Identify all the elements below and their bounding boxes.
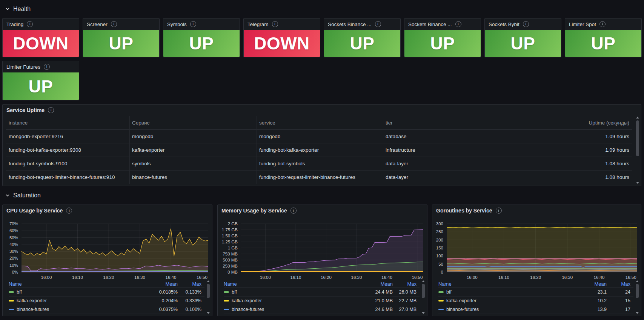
stat-panel-telegram: TelegramiDOWN — [243, 18, 320, 57]
y-axis-tick-label: 500 MB — [218, 257, 238, 263]
x-axis-tick-label: 16:30 — [132, 275, 148, 280]
scroll-up-icon[interactable] — [636, 280, 639, 282]
info-icon[interactable]: i — [455, 21, 461, 27]
legend-row: kafka-exporter0.204%0.333% — [9, 297, 204, 305]
y-axis-tick-label: 250 MB — [218, 263, 238, 269]
stat-panel-title: Symbols — [167, 22, 187, 27]
y-axis-tick-label: 2 GB — [218, 221, 238, 226]
stat-panel-symbols: SymbolsiUP — [163, 18, 240, 57]
legend-series-name[interactable]: bff — [438, 289, 569, 295]
info-icon[interactable]: i — [523, 21, 529, 27]
scroll-up-icon[interactable] — [422, 280, 425, 282]
legend-max-value: 24 — [607, 289, 630, 295]
table-column-header[interactable]: Uptime (секунды) — [509, 116, 632, 129]
table-cell: infrastructure — [383, 143, 509, 157]
legend-header-max[interactable]: Max — [607, 281, 630, 287]
legend-max-value: 27.0 MB — [393, 307, 417, 312]
table-column-header[interactable]: tier — [383, 116, 509, 129]
x-axis-tick-label: 16:20 — [100, 275, 117, 280]
legend-series-name[interactable]: kafka-exporter — [9, 298, 140, 303]
section-header-health[interactable]: Health — [5, 5, 31, 14]
info-icon[interactable]: i — [44, 64, 50, 70]
table-scrollbar[interactable] — [636, 117, 639, 184]
legend-header-name[interactable]: Name — [438, 281, 569, 287]
legend-series-label: bff — [17, 289, 22, 295]
info-icon[interactable]: i — [375, 21, 381, 27]
chart-plot-area[interactable] — [447, 224, 637, 272]
scroll-down-icon[interactable] — [636, 312, 639, 314]
legend-scrollbar[interactable] — [421, 280, 425, 314]
legend-header-name[interactable]: Name — [224, 281, 355, 287]
x-axis-tick-label: 16:50 — [194, 275, 211, 280]
legend-series-label: bff — [446, 289, 452, 295]
legend-header-mean[interactable]: Mean — [569, 281, 607, 287]
y-axis-tick-label: 1.25 GB — [218, 239, 238, 245]
y-axis-tick-label: 20% — [3, 255, 18, 261]
legend-max-value: 0.100% — [178, 307, 201, 312]
section-header-saturation[interactable]: Saturation — [5, 191, 41, 200]
info-icon[interactable]: i — [272, 21, 278, 27]
table-column-divider — [257, 116, 257, 184]
scrollbar-thumb[interactable] — [422, 284, 425, 298]
legend-series-name[interactable]: binance-futures — [9, 307, 140, 312]
scrollbar-thumb[interactable] — [636, 284, 639, 298]
legend-series-swatch-icon — [9, 291, 14, 293]
info-icon[interactable]: i — [66, 208, 72, 214]
table-cell: data-layer — [383, 157, 509, 170]
service-uptime-panel: Service Uptime i instanceСервисserviceti… — [2, 104, 641, 186]
legend-series-name[interactable]: binance-futures — [224, 307, 355, 312]
stat-value: UP — [404, 30, 481, 57]
legend-scrollbar[interactable] — [206, 280, 210, 314]
table-cell: funding-bot-symbols — [257, 157, 383, 170]
info-icon[interactable]: i — [48, 107, 54, 113]
table-column-header[interactable]: Сервис — [129, 116, 257, 129]
panel-title-bar: Memory Usage by Servicei — [221, 208, 297, 214]
stat-panel-title: Sockets Binance ... — [328, 22, 372, 27]
legend-scrollbar[interactable] — [635, 280, 639, 314]
stat-value: UP — [83, 30, 159, 57]
scroll-down-icon[interactable] — [636, 182, 639, 184]
scroll-down-icon[interactable] — [207, 312, 210, 314]
legend-header-max[interactable]: Max — [178, 281, 201, 287]
info-icon[interactable]: i — [111, 21, 117, 27]
info-icon[interactable]: i — [496, 208, 502, 214]
info-icon[interactable]: i — [290, 208, 297, 214]
table-cell: 1.09 hours — [509, 129, 632, 143]
stat-panel-title: Sockets Binance ... — [408, 22, 452, 27]
panel-title-bar: Sockets Binance ...i — [328, 21, 381, 27]
legend-series-name[interactable]: kafka-exporter — [438, 298, 569, 303]
table-column-header[interactable]: instance — [6, 116, 129, 129]
table-cell: kafka-exporter — [129, 143, 257, 157]
legend-max-value: 15 — [607, 298, 630, 303]
table-row-divider — [6, 143, 632, 143]
legend-series-name[interactable]: binance-futures — [438, 307, 569, 312]
legend-header-row: NameMeanMax — [224, 280, 420, 288]
chart-plot-area[interactable] — [22, 224, 208, 272]
legend-series-name[interactable]: bff — [9, 289, 140, 295]
table-column-header[interactable]: service — [257, 116, 383, 129]
legend-header-mean[interactable]: Mean — [355, 281, 393, 287]
stat-value: UP — [324, 30, 400, 57]
scroll-down-icon[interactable] — [422, 312, 425, 314]
chart-panel-cpu-usage-by-service: CPU Usage by Servicei70%60%50%40%30%20%1… — [2, 205, 212, 316]
scrollbar-thumb[interactable] — [207, 284, 210, 298]
scroll-up-icon[interactable] — [207, 280, 210, 282]
legend-header-name[interactable]: Name — [9, 281, 140, 287]
y-axis-tick-label: 40% — [3, 242, 18, 247]
scroll-up-icon[interactable] — [636, 117, 639, 118]
legend-series-name[interactable]: bff — [224, 289, 355, 295]
legend-series-swatch-icon — [438, 291, 444, 293]
x-axis-tick-label: 16:20 — [527, 275, 544, 280]
legend-header-max[interactable]: Max — [393, 281, 417, 287]
legend-header-mean[interactable]: Mean — [140, 281, 178, 287]
chart-plot-area[interactable] — [241, 224, 423, 272]
legend-series-name[interactable]: kafka-exporter — [224, 298, 355, 303]
panel-title-bar: Goroutines by Servicei — [436, 208, 502, 214]
legend-max-value: 17 — [607, 307, 630, 312]
legend-series-swatch-icon — [224, 309, 229, 310]
info-icon[interactable]: i — [27, 21, 33, 27]
y-axis-tick-label: 1.75 GB — [218, 227, 238, 232]
stat-panel-sockets-bybit: Sockets BybitiUP — [484, 18, 561, 57]
info-icon[interactable]: i — [599, 21, 606, 27]
info-icon[interactable]: i — [190, 21, 196, 27]
